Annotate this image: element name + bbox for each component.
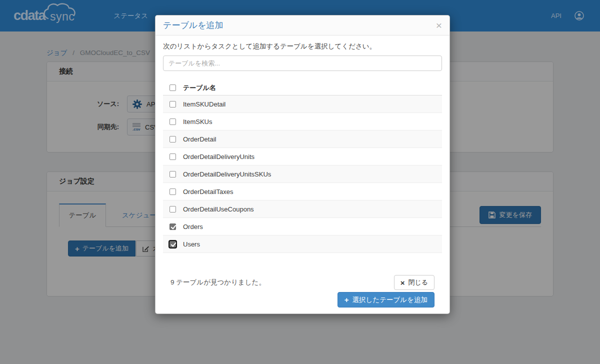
table-row[interactable]: Users	[163, 236, 442, 253]
cloud-icon	[43, 2, 79, 20]
table-name: OrderDetailDeliveryUnits	[183, 153, 254, 160]
table-row[interactable]: OrderDetailDeliveryUnitsSKUs	[163, 166, 442, 183]
table-row[interactable]: ItemSKUs	[163, 113, 442, 130]
table-name: Orders	[183, 223, 203, 230]
tables-list: テーブル名 ItemSKUDetailItemSKUsOrderDetailOr…	[163, 80, 442, 253]
modal-title: テーブルを追加	[163, 20, 224, 31]
row-checkbox[interactable]	[170, 154, 176, 160]
table-name: ItemSKUs	[183, 118, 212, 126]
modal-header: テーブルを追加 ×	[156, 16, 450, 36]
row-checkbox[interactable]	[170, 188, 176, 195]
table-row[interactable]: OrderDetail	[163, 130, 442, 148]
table-name: OrderDetailTaxes	[183, 188, 233, 196]
table-name-column-header: テーブル名	[183, 84, 216, 92]
modal-close-icon[interactable]: ×	[436, 20, 442, 30]
row-checkbox[interactable]	[170, 171, 176, 178]
table-name: OrderDetailUseCoupons	[183, 206, 254, 213]
nav-item-api[interactable]: API	[551, 12, 562, 20]
row-checkbox[interactable]	[170, 118, 176, 125]
x-icon: ×	[400, 279, 405, 286]
close-modal-button[interactable]: × 閉じる	[394, 275, 434, 290]
logo-brand-text: cdata	[14, 9, 45, 22]
modal-footer: 9 テーブルが見つかりました。 × 閉じる + 選択したテーブルを追加	[163, 253, 442, 308]
row-checkbox[interactable]	[170, 136, 176, 142]
result-count-text: 9 テーブルが見つかりました。	[170, 275, 266, 290]
add-selected-tables-button[interactable]: + 選択したテーブルを追加	[338, 292, 434, 308]
select-all-checkbox[interactable]	[170, 84, 176, 91]
plus-icon: +	[344, 296, 349, 304]
main-nav: ステータス	[74, 11, 148, 20]
row-checkbox[interactable]	[170, 224, 176, 230]
tables-list-header: テーブル名	[163, 80, 442, 96]
modal-instruction-text: 次のリストからタスクとして追加するテーブルを選択してください。	[163, 42, 442, 51]
table-row[interactable]: OrderDetailTaxes	[163, 183, 442, 200]
table-name: Users	[183, 240, 200, 248]
row-checkbox[interactable]	[170, 101, 176, 108]
row-checkbox[interactable]	[170, 241, 176, 248]
table-name: ItemSKUDetail	[183, 100, 226, 108]
nav-item-status[interactable]: ステータス	[114, 12, 148, 20]
table-row[interactable]: OrderDetailUseCoupons	[163, 200, 442, 218]
user-avatar-icon[interactable]	[574, 11, 584, 20]
app-root: cdata sync ステータス API ジョブ / GMOCloudEC_	[0, 0, 600, 364]
row-checkbox[interactable]	[170, 206, 176, 212]
cdata-sync-logo[interactable]: cdata sync	[14, 9, 74, 22]
table-row[interactable]: ItemSKUDetail	[163, 96, 442, 113]
table-name: OrderDetailDeliveryUnitsSKUs	[183, 170, 271, 178]
table-row[interactable]: Orders	[163, 218, 442, 236]
table-search-input[interactable]	[163, 56, 442, 71]
table-row[interactable]: OrderDetailDeliveryUnits	[163, 148, 442, 166]
add-tables-modal: テーブルを追加 × 次のリストからタスクとして追加するテーブルを選択してください…	[155, 15, 450, 314]
table-name: OrderDetail	[183, 136, 216, 143]
